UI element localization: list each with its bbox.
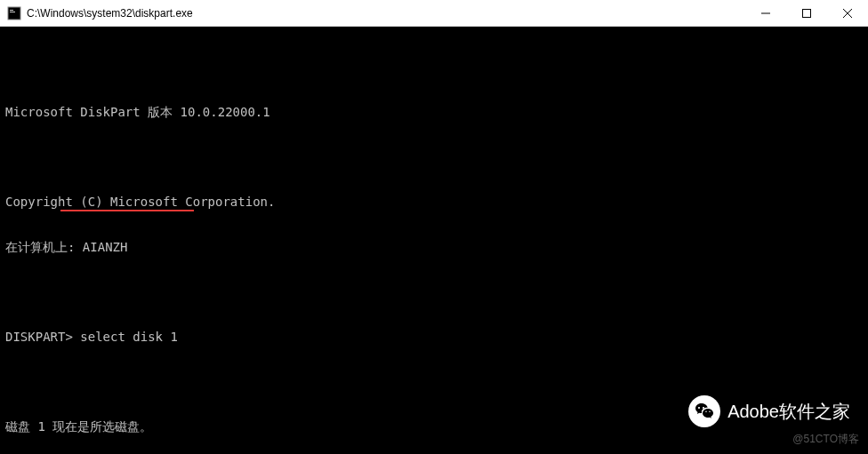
svg-rect-4: [803, 9, 811, 17]
console-line: Microsoft DiskPart 版本 10.0.22000.1: [5, 105, 863, 120]
console-line: [5, 375, 863, 390]
console-area[interactable]: Microsoft DiskPart 版本 10.0.22000.1 Copyr…: [0, 27, 868, 454]
console-line: Copyright (C) Microsoft Corporation.: [5, 195, 863, 210]
app-icon: [7, 6, 21, 20]
svg-rect-1: [10, 10, 13, 11]
console-line: 在计算机上: AIANZH: [5, 240, 863, 255]
window-controls: [745, 0, 868, 26]
window-titlebar: C:\Windows\system32\diskpart.exe: [0, 0, 868, 27]
watermark-text: @51CTO博客: [792, 432, 859, 447]
wechat-icon: [688, 395, 720, 427]
badge-text: Adobe软件之家: [727, 400, 850, 424]
console-line: [5, 150, 863, 165]
console-line: DISKPART> select disk 1: [5, 330, 863, 345]
window-title: C:\Windows\system32\diskpart.exe: [27, 7, 745, 20]
minimize-button[interactable]: [745, 0, 786, 26]
svg-rect-0: [8, 7, 20, 20]
maximize-button[interactable]: [786, 0, 827, 26]
annotation-underline: [60, 210, 194, 211]
close-button[interactable]: [827, 0, 868, 26]
console-line: [5, 285, 863, 300]
svg-rect-2: [10, 12, 15, 12]
console-line: [5, 60, 863, 76]
wechat-badge: Adobe软件之家: [688, 395, 850, 427]
